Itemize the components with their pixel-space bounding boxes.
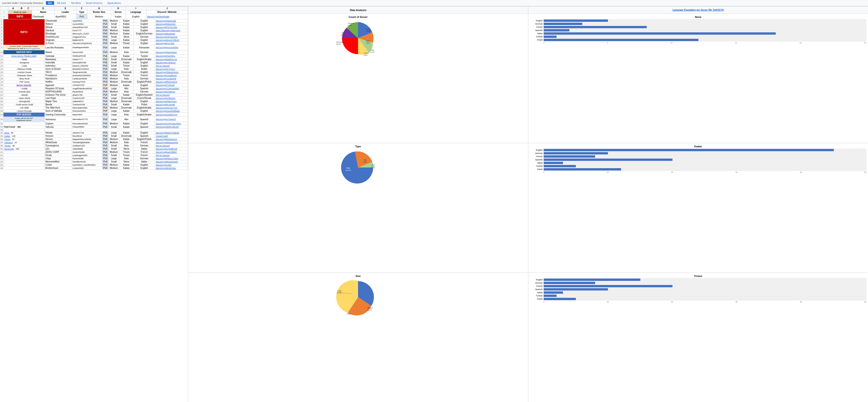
col-d: D bbox=[32, 7, 55, 10]
charts-grid: Count of Server bbox=[188, 14, 868, 402]
table-row: 35 Kadan 125 Horizon Rev#8018 PvX Small … bbox=[0, 134, 188, 138]
guild-server-1: Kadan bbox=[111, 14, 126, 19]
svg-text:8.6%: 8.6% bbox=[364, 54, 367, 56]
charts-panel: Data Analysis Language Population per Se… bbox=[188, 6, 868, 402]
tab-eu[interactable]: EU bbox=[46, 1, 54, 5]
tab-applications[interactable]: Applications bbox=[105, 1, 123, 5]
col-a: A bbox=[8, 7, 18, 10]
bar-charts-section: Neria English German French Spanish Ital… bbox=[528, 14, 868, 402]
trixion-bar-section: Trixion English German French Spanish It… bbox=[528, 273, 868, 402]
table-row: 21 - Guilds Requiem Of Souls AngelDiabol… bbox=[0, 87, 188, 90]
nav-tabs: EU NA East NA West South America Applica… bbox=[46, 1, 123, 5]
table-row: 10 SERVER INFO Raven Dezo#1000 PvX Mediu… bbox=[0, 50, 188, 54]
col-c: C bbox=[25, 7, 32, 10]
top-bar: Lost Ark Guild / Community Directory EU … bbox=[0, 0, 868, 6]
svg-text:9.5%: 9.5% bbox=[366, 42, 370, 44]
table-row: 46 Brotherhood Locke#4092 PvX Medium Kad… bbox=[0, 166, 188, 170]
table-row: 36 Trixion 62 Devour MajesticMiczu#8346 … bbox=[0, 138, 188, 141]
data-analysis-header: Data Analysis Language Population per Se… bbox=[188, 6, 868, 14]
col-discord-header: Discord / Website bbox=[146, 10, 188, 14]
svg-text:8.4%: 8.4% bbox=[341, 34, 344, 36]
table-row: 26 - Guild versus Guild Banda Tushiro#47… bbox=[0, 103, 188, 106]
svg-text:Calvasus: Calvasus bbox=[348, 23, 354, 24]
table-row: 11 Cross Server (Region wide) Celestial … bbox=[0, 54, 188, 58]
table-row: 25 - Strongholds Maple Tree sukke#8074 P… bbox=[0, 100, 188, 103]
server-pie-title: Count of Server bbox=[349, 16, 368, 18]
col-lang-header: Language bbox=[125, 10, 146, 14]
table-row: 31 Copium Penumbra#4334 PvX Medium Kadan… bbox=[0, 122, 188, 125]
col-i: I bbox=[125, 7, 146, 10]
table-row: 42 Ferals Lestrange#4392 PvX Small Trixi… bbox=[0, 154, 188, 157]
data-table: 2 INFO Checkmate Ayia#0001 PvX Medium Ka… bbox=[0, 19, 188, 170]
table-row: 13 - Dungeons Invincible immortal#0796 P… bbox=[0, 61, 188, 64]
trixion-title: Trixion bbox=[530, 275, 866, 277]
guild-size-1: Medium bbox=[87, 14, 111, 19]
svg-text:Medium: Medium bbox=[367, 307, 373, 309]
col-b: B bbox=[18, 7, 25, 10]
info-title-cell: INFO bbox=[8, 14, 32, 19]
col-h: H bbox=[111, 7, 126, 10]
neria-title: Neria bbox=[530, 16, 866, 18]
svg-text:Kadan: Kadan bbox=[366, 29, 371, 30]
svg-text:Zinnervale: Zinnervale bbox=[336, 41, 344, 43]
table-row: 38 Thirain 46 Convergence Arythas#1337 P… bbox=[0, 144, 188, 147]
col-server-header: Server bbox=[111, 10, 126, 14]
guild-name-1: Checkmate bbox=[32, 14, 55, 19]
svg-text:8.6%: 8.6% bbox=[363, 161, 367, 163]
table-row: 20 Server Specific AgameK Aomey#1337 PvP… bbox=[0, 84, 188, 87]
table-row: 9 Lost Ark Guild / Community Tracker.Mai… bbox=[0, 45, 188, 50]
table-row: 12 - Raids Bawsdeep Imba#7777 PvX Small … bbox=[0, 58, 188, 61]
svg-text:25.6%: 25.6% bbox=[337, 292, 342, 294]
row-2: 2 INFO Checkmate Ayia#0001 PvX Medium Ka… bbox=[0, 14, 188, 19]
size-pie-section: Size Large 25.6% Mediu bbox=[188, 273, 528, 402]
col-j: J bbox=[146, 7, 188, 10]
guild-type-1: PvX bbox=[76, 14, 87, 19]
col-name-header: Name bbox=[32, 10, 55, 14]
table-row: 17 - Character Name Providence antoine50… bbox=[0, 74, 188, 77]
table-row: 30 Kadan will be the PvPestablished serv… bbox=[0, 117, 188, 122]
app-container: Lost Ark Guild / Community Directory EU … bbox=[0, 0, 868, 402]
type-pie-title: Type bbox=[355, 145, 361, 148]
table-row: 23 - Islands Embrace The Grind qNai#1769… bbox=[0, 93, 188, 97]
svg-text:11.3%: 11.3% bbox=[370, 52, 375, 53]
guild-lang-1: English bbox=[125, 14, 146, 19]
tab-south-america[interactable]: South America bbox=[84, 1, 105, 5]
table-row: 44 MementoMori Heretiko#0192 PvX Small N… bbox=[0, 160, 188, 163]
table-row: 16 - Auction House TACO Tangman#4186 PvX… bbox=[0, 71, 188, 74]
table-row: 29 PVP SERVER Gaming Community Wari#7897… bbox=[0, 113, 188, 117]
svg-text:Thirain: Thirain bbox=[364, 52, 369, 54]
data-analysis-title: Data Analysis bbox=[350, 9, 366, 11]
tab-na-east[interactable]: NA East bbox=[55, 1, 68, 5]
svg-text:Small: Small bbox=[346, 313, 351, 315]
server-pie-section: Count of Server bbox=[188, 14, 528, 143]
tab-na-west[interactable]: NA West bbox=[69, 1, 83, 5]
svg-text:Neria: Neria bbox=[366, 40, 370, 42]
svg-text:PvP: PvP bbox=[372, 164, 375, 166]
table-row: 19 - PvP Arena Hellfire Kortney#7979 PvX… bbox=[0, 80, 188, 84]
table-row: 37 Calvasus 15 WhiteSouls Thunderlight#0… bbox=[0, 141, 188, 144]
svg-text:Wei: Wei bbox=[342, 32, 344, 34]
col-header-row bbox=[0, 7, 8, 10]
table-row: 45 Codex Kyin#0001 | Deioth#0001 PvX Med… bbox=[0, 163, 188, 166]
col-e: E bbox=[55, 7, 76, 10]
svg-text:89.3%: 89.3% bbox=[346, 169, 351, 172]
type-pie-section: Type PvX 89.3% PvE bbox=[188, 143, 528, 273]
guild-discord-1[interactable]: discord.gg/checkmate bbox=[146, 14, 188, 19]
spreadsheet-panel[interactable]: A B C D E F G H I J 1 bbox=[0, 6, 188, 402]
size-pie-title: Size bbox=[355, 275, 361, 277]
table-row: 41 ZERG CORP Zoutriv#5468 PvX Medium Tri… bbox=[0, 151, 188, 154]
kadan-title: Kadan bbox=[530, 145, 866, 148]
svg-text:32.3%: 32.3% bbox=[336, 43, 341, 45]
col-size-header: Roster Size bbox=[87, 10, 111, 14]
kadan-bar-section: Kadan English German French Spanish Ital… bbox=[528, 143, 868, 273]
app-title: Lost Ark Guild / Community Directory bbox=[2, 2, 43, 4]
svg-text:32.5%: 32.5% bbox=[367, 309, 372, 311]
svg-text:1.9%: 1.9% bbox=[371, 166, 375, 168]
table-row: 28 - Arena Premade Sons of Valhalla Flom… bbox=[0, 110, 188, 113]
size-pie-chart: Large 25.6% Medium 32.5% Small bbox=[335, 279, 381, 315]
pie-charts-section: Count of Server bbox=[188, 14, 528, 402]
table-row: 27 - Life Skills The Wild Hunt MaxClyde#… bbox=[0, 106, 188, 110]
table-row: 22 - Friends (list) NORTHGUARD Rene#0810… bbox=[0, 90, 188, 93]
table-row: 15 - Platinum Fields Sons of Desert BoMa… bbox=[0, 67, 188, 71]
table-row: 18 - Boss Rush Nachtsturm Caribican#3646… bbox=[0, 77, 188, 80]
